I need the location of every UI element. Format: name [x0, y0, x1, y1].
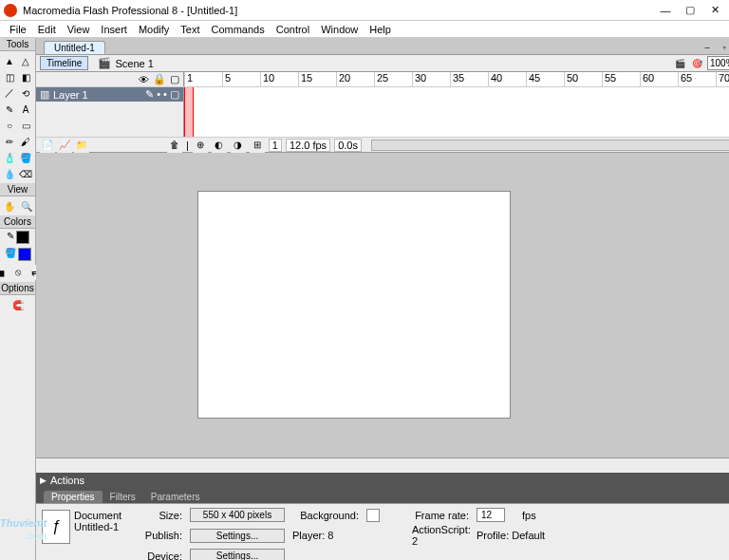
timeline-tab[interactable]: Timeline: [40, 56, 88, 70]
doc-type-label: Document: [74, 510, 122, 521]
stroke-color-swatch[interactable]: [16, 231, 29, 244]
tab-filters[interactable]: Filters: [103, 491, 143, 503]
eye-icon[interactable]: 👁: [139, 74, 149, 85]
insert-motion-guide-button[interactable]: 📈: [57, 138, 72, 153]
playhead[interactable]: [184, 87, 194, 137]
fill-color-swatch[interactable]: [18, 248, 31, 261]
timeline-scrollbar[interactable]: [371, 140, 729, 151]
tab-properties[interactable]: Properties: [44, 491, 103, 503]
timeline-panel: 👁 🔒 ▢ 1 5 10 15 20 25 30 35 40 45 50 55: [36, 72, 729, 153]
eyedropper-tool[interactable]: 💧: [2, 166, 17, 181]
doc-name-label: Untitled-1: [74, 521, 122, 532]
stage-container: [36, 153, 729, 473]
app-title: Macromedia Flash Professional 8 - [Untit…: [23, 5, 651, 16]
publish-settings-button[interactable]: Settings...: [190, 529, 285, 543]
onion-skin-button[interactable]: ◐: [212, 138, 227, 153]
center-frame-button[interactable]: ⊕: [193, 138, 208, 153]
minimize-button[interactable]: —: [655, 3, 676, 18]
layer-name: Layer 1: [53, 89, 88, 101]
menu-text[interactable]: Text: [175, 22, 205, 37]
zoom-input[interactable]: [707, 56, 729, 70]
onion-skin-outlines-button[interactable]: ◑: [231, 138, 246, 153]
snap-option-button[interactable]: 🧲: [10, 297, 26, 312]
menu-view[interactable]: View: [62, 22, 96, 37]
outline-icon[interactable]: ▢: [170, 73, 179, 85]
lasso-tool[interactable]: ⟲: [18, 85, 33, 101]
stage[interactable]: [197, 191, 511, 419]
gradient-transform-tool[interactable]: ◧: [18, 69, 33, 84]
close-button[interactable]: ✕: [704, 3, 725, 18]
menu-control[interactable]: Control: [271, 22, 315, 37]
app-icon: [4, 4, 17, 17]
document-type-icon: ƒ: [42, 510, 70, 544]
hand-tool[interactable]: ✋: [2, 198, 17, 214]
maximize-button[interactable]: ▢: [680, 3, 701, 18]
pencil-tool[interactable]: ✏: [2, 134, 17, 149]
free-transform-tool[interactable]: ◫: [2, 69, 17, 84]
bucket-fill-icon: 🪣: [5, 248, 16, 261]
edit-multiple-frames-button[interactable]: ⊞: [250, 138, 265, 153]
pen-tool[interactable]: ✎: [2, 102, 17, 117]
insert-layer-button[interactable]: 📄: [40, 138, 55, 153]
scene-bar: Timeline 🎬 Scene 1 🎬 🎯: [36, 55, 729, 72]
frames-area[interactable]: [184, 87, 729, 137]
fps-unit: fps: [522, 510, 551, 521]
zoom-tool[interactable]: 🔍: [19, 198, 34, 214]
titlebar: Macromedia Flash Professional 8 - [Untit…: [0, 0, 729, 21]
tools-panel: Tools ▲ △ ◫ ◧ ／ ⟲ ✎ A ○ ▭ ✏ 🖌 🧴 🪣 💧 ⌫ Vi…: [0, 38, 36, 560]
menu-window[interactable]: Window: [315, 22, 364, 37]
timeline-ruler[interactable]: 1 5 10 15 20 25 30 35 40 45 50 55 60 65 …: [184, 72, 729, 86]
eraser-tool[interactable]: ⌫: [18, 166, 33, 181]
pencil-stroke-icon: ✎: [7, 231, 14, 244]
current-frame-field: 1: [269, 139, 282, 152]
document-tabs: Untitled-1 – ▫ ×: [36, 38, 729, 55]
horizontal-scrollbar[interactable]: [36, 457, 729, 473]
layer-row[interactable]: ▥ Layer 1 ✎ • • ▢: [36, 87, 183, 102]
menu-modify[interactable]: Modify: [133, 22, 175, 37]
background-color-swatch[interactable]: [366, 509, 380, 522]
scene-icon: 🎬: [98, 57, 111, 69]
framerate-label: Frame rate:: [412, 510, 469, 521]
menu-edit[interactable]: Edit: [32, 22, 62, 37]
menu-insert[interactable]: Insert: [95, 22, 133, 37]
doc-restore-button[interactable]: ▫: [718, 41, 729, 54]
player-label: Player: 8: [292, 530, 359, 541]
subselection-tool[interactable]: △: [18, 53, 33, 68]
black-white-button[interactable]: ◼: [0, 265, 9, 280]
properties-body: ƒ Document Untitled-1 Size: 550 x 400 pi…: [36, 503, 729, 560]
publish-label: Publish:: [135, 530, 182, 541]
actions-panel-header[interactable]: Actions: [36, 473, 729, 488]
document-tab[interactable]: Untitled-1: [44, 41, 105, 54]
insert-folder-button[interactable]: 📁: [74, 138, 89, 153]
delete-layer-button[interactable]: 🗑: [167, 138, 182, 153]
scene-label[interactable]: Scene 1: [115, 58, 153, 69]
options-header: Options: [0, 282, 35, 295]
menu-file[interactable]: File: [4, 22, 32, 37]
doc-minimize-button[interactable]: –: [701, 41, 714, 54]
profile-label: Profile: Default: [477, 530, 551, 541]
rectangle-tool[interactable]: ▭: [18, 118, 33, 133]
device-settings-button[interactable]: Settings...: [190, 549, 285, 560]
edit-symbol-button[interactable]: 🎯: [690, 57, 703, 70]
device-label: Device:: [135, 551, 182, 561]
menu-commands[interactable]: Commands: [205, 22, 270, 37]
selection-tool[interactable]: ▲: [2, 53, 17, 68]
no-color-button[interactable]: ⦸: [10, 265, 26, 280]
menu-help[interactable]: Help: [364, 22, 397, 37]
line-tool[interactable]: ／: [2, 85, 17, 101]
view-header: View: [0, 183, 35, 196]
layer-head-icons: 👁 🔒 ▢: [36, 72, 184, 86]
size-button[interactable]: 550 x 400 pixels: [190, 508, 285, 522]
actions-label: Actions: [50, 475, 84, 486]
framerate-input[interactable]: [477, 508, 505, 522]
ink-bottle-tool[interactable]: 🧴: [2, 150, 17, 165]
colors-header: Colors: [0, 215, 35, 229]
text-tool[interactable]: A: [18, 102, 33, 117]
paint-bucket-tool[interactable]: 🪣: [18, 150, 33, 165]
tab-parameters[interactable]: Parameters: [143, 491, 208, 503]
lock-icon[interactable]: 🔒: [153, 73, 166, 85]
edit-scene-button[interactable]: 🎬: [673, 57, 686, 70]
oval-tool[interactable]: ○: [2, 118, 17, 133]
layers-list: ▥ Layer 1 ✎ • • ▢: [36, 87, 184, 137]
brush-tool[interactable]: 🖌: [18, 134, 33, 149]
